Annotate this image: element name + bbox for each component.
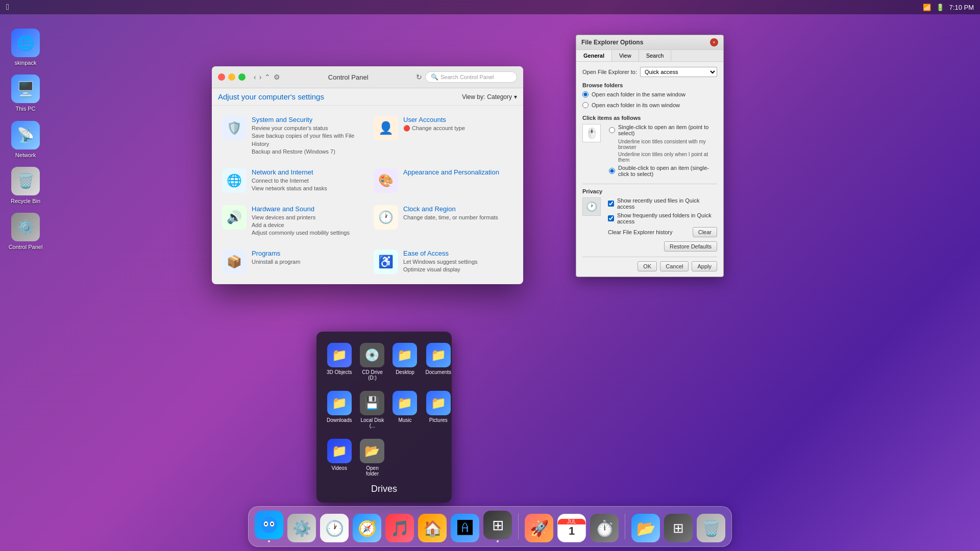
same-window-radio[interactable] — [582, 91, 589, 97]
popup-item-downloads[interactable]: 📁 Downloads — [325, 388, 354, 432]
show-frequent-row: Show frequently used folders in Quick ac… — [608, 212, 717, 224]
cp-item-hardware[interactable]: 🔊 Hardware and Sound View devices and pr… — [220, 203, 363, 239]
popup-item-music[interactable]: 📁 Music — [390, 388, 419, 432]
dock: ⚙️ 🕐 🧭 🎵 🏠 🅰 ⊞ 🚀 JUL 1 ⏱️ — [248, 506, 732, 547]
show-frequent-checkbox[interactable] — [608, 215, 614, 221]
cancel-button[interactable]: Cancel — [660, 261, 689, 271]
user-accounts-icon: 👤 — [374, 116, 398, 140]
cp-item-system-security[interactable]: 🛡️ System and Security Review your compu… — [220, 114, 363, 158]
restore-row: Restore Defaults — [582, 241, 717, 252]
dock-item-appstore[interactable]: 🅰 — [451, 514, 479, 542]
popup-item-videos[interactable]: 📁 Videos — [325, 436, 354, 480]
apply-button[interactable]: Apply — [692, 261, 717, 271]
titlebar-controls — [218, 73, 246, 81]
dock-item-launchpad[interactable]: 🚀 — [525, 514, 553, 542]
cp-item-user-accounts[interactable]: 👤 User Accounts 🔴 Change account type — [372, 114, 515, 158]
open-dropdown[interactable]: Quick access This PC — [640, 67, 717, 77]
dock-separator-1 — [518, 514, 519, 539]
dock-item-bootcamp[interactable]: ⊞ — [483, 511, 512, 542]
clock-dock-icon: 🕐 — [320, 514, 349, 542]
show-recent-checkbox[interactable] — [608, 201, 614, 207]
menu-bar-right: 📶 🔋 7:10 PM — [923, 4, 974, 11]
settings-icon[interactable]: ⚙ — [274, 73, 280, 81]
own-window-radio[interactable] — [582, 102, 589, 108]
dock-item-files[interactable]: 📂 — [631, 514, 660, 542]
popup-item-local-disk[interactable]: 💾 Local Disk (... — [358, 388, 386, 432]
view-by-selector[interactable]: View by: Category ▾ — [462, 93, 517, 101]
homekit-icon: 🏠 — [418, 514, 447, 542]
desktop-icon-skinpack[interactable]: 🌐 skinpack — [5, 26, 46, 69]
popup-item-open-folder[interactable]: 📂 Open folder — [358, 436, 386, 480]
tab-general[interactable]: General — [576, 50, 612, 61]
click-items-section: 🖱️ Single-click to open an item (point t… — [582, 124, 717, 180]
refresh-icon[interactable]: ↻ — [416, 73, 422, 81]
cd-drive-icon: 💿 — [360, 343, 384, 367]
clear-button[interactable]: Clear — [693, 227, 717, 237]
dock-item-homekit[interactable]: 🏠 — [418, 514, 447, 542]
underline-hover-label: Underline icon titles only when I point … — [618, 152, 717, 163]
desktop-icon-control-panel[interactable]: ⚙️ Control Panel — [5, 210, 46, 254]
desktop-icon-this-pc[interactable]: 🖥️ This PC — [5, 71, 46, 115]
dock-item-clock[interactable]: 🕐 — [320, 514, 349, 542]
dock-item-mosaic[interactable]: ⊞ — [664, 514, 693, 542]
titlebar-nav: ‹ › ⌃ ⚙ — [254, 73, 280, 81]
dock-separator-2 — [625, 514, 625, 539]
hardware-name: Hardware and Sound — [252, 205, 350, 213]
search-bar[interactable]: 🔍 Search Control Panel — [425, 71, 517, 83]
dock-item-trash[interactable]: 🗑️ — [697, 514, 725, 542]
svg-point-0 — [261, 517, 277, 533]
dock-item-system-prefs[interactable]: ⚙️ — [287, 514, 316, 542]
apple-menu-icon[interactable]:  — [6, 3, 9, 12]
hardware-text: Hardware and Sound View devices and prin… — [252, 205, 350, 237]
dock-item-calendar[interactable]: JUL 1 — [557, 514, 586, 542]
cp-item-clock[interactable]: 🕐 Clock and Region Change date, time, or… — [372, 203, 515, 239]
control-panel-content: 🛡️ System and Security Review your compu… — [212, 106, 523, 284]
cp-item-appearance[interactable]: 🎨 Appearance and Personalization — [372, 166, 515, 195]
tab-view[interactable]: View — [612, 50, 639, 61]
popup-item-3d-objects[interactable]: 📁 3D Objects — [325, 340, 354, 384]
tab-search[interactable]: Search — [639, 50, 672, 61]
desktop-icon-recycle-bin[interactable]: 🗑️ Recycle Bin — [5, 164, 46, 208]
dock-item-itunes[interactable]: 🎵 — [385, 514, 414, 542]
maximize-button[interactable] — [238, 73, 246, 81]
double-click-row: Double-click to open an item (single-cli… — [609, 165, 717, 177]
cp-item-network[interactable]: 🌐 Network and Internet Connect to the In… — [220, 166, 363, 195]
feo-close-button[interactable]: × — [710, 38, 718, 46]
forward-button[interactable]: › — [259, 73, 262, 81]
dock-item-time-machine[interactable]: ⏱️ — [590, 514, 619, 542]
battery-icon: 🔋 — [936, 4, 944, 11]
videos-icon: 📁 — [327, 439, 352, 463]
window-title: Control Panel — [284, 73, 412, 81]
double-click-radio[interactable] — [609, 168, 615, 174]
minimize-button[interactable] — [228, 73, 235, 81]
click-options: Single-click to open an item (point to s… — [609, 124, 717, 180]
dock-item-finder[interactable] — [255, 511, 283, 542]
popup-item-pictures[interactable]: 📁 Pictures — [423, 388, 453, 432]
recycle-bin-icon: 🗑️ — [17, 172, 35, 189]
feo-open-row: Open File Explorer to: Quick access This… — [582, 67, 717, 77]
close-button[interactable] — [218, 73, 225, 81]
trash-icon: 🗑️ — [697, 514, 725, 542]
files-icon: 📂 — [631, 514, 660, 542]
restore-defaults-button[interactable]: Restore Defaults — [664, 241, 717, 252]
single-click-radio[interactable] — [609, 127, 615, 133]
cp-item-programs[interactable]: 📦 Programs Uninstall a program — [220, 247, 363, 276]
browse-options: Open each folder in the same window Open… — [582, 91, 717, 111]
chevron-down-icon: ▾ — [514, 93, 517, 101]
feo-tabs: General View Search — [576, 50, 723, 62]
up-button[interactable]: ⌃ — [264, 73, 271, 81]
popup-item-documents[interactable]: 📁 Documents — [423, 340, 453, 384]
finder-dot — [268, 540, 270, 542]
bootcamp-icon: ⊞ — [483, 511, 512, 539]
same-window-label: Open each folder in the same window — [592, 91, 685, 97]
back-button[interactable]: ‹ — [254, 73, 256, 81]
desktop-icon-network[interactable]: 📡 Network — [5, 118, 46, 162]
cp-item-ease-access[interactable]: ♿ Ease of Access Let Windows suggest set… — [372, 247, 515, 276]
show-recent-row: Show recently used files in Quick access — [608, 197, 717, 210]
popup-item-desktop[interactable]: 📁 Desktop — [390, 340, 419, 384]
dock-item-safari[interactable]: 🧭 — [353, 514, 381, 542]
pictures-label: Pictures — [429, 417, 448, 423]
ok-button[interactable]: OK — [638, 261, 657, 271]
popup-item-cd-drive[interactable]: 💿 CD Drive (D:) — [358, 340, 386, 384]
taskbar-popup: 📁 3D Objects 💿 CD Drive (D:) 📁 Desktop 📁… — [316, 332, 452, 503]
